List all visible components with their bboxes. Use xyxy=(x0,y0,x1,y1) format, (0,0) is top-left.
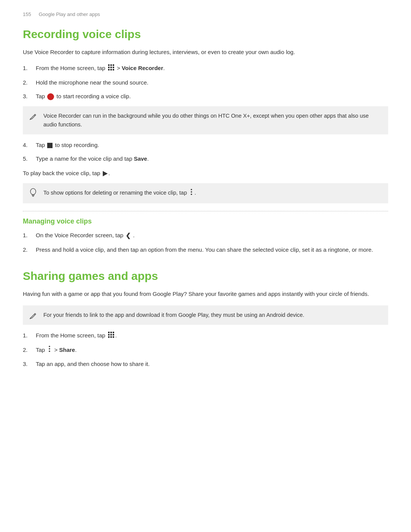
section2-intro: Having fun with a game or app that you f… xyxy=(23,289,388,299)
subsection1-steps-list: 1. On the Voice Recorder screen, tap ❮ .… xyxy=(23,231,388,254)
s2-step-3-content: Tap an app, and then choose how to share… xyxy=(36,359,388,369)
svg-point-11 xyxy=(191,191,192,193)
svg-rect-17 xyxy=(110,334,112,335)
svg-rect-16 xyxy=(108,334,110,335)
step-1-number: 1. xyxy=(23,64,36,73)
record-icon xyxy=(47,93,54,100)
play-icon xyxy=(103,171,108,176)
note-1-text: Voice Recorder can run in the background… xyxy=(43,113,369,128)
svg-rect-5 xyxy=(113,67,114,68)
note-2-text: For your friends to link to the app and … xyxy=(43,312,304,318)
note-box-1: Voice Recorder can run in the background… xyxy=(23,106,388,134)
svg-point-22 xyxy=(49,346,51,347)
s2-step-2-number: 2. xyxy=(23,345,36,355)
sub-step-2-content: Press and hold a voice clip, and then ta… xyxy=(36,245,388,254)
subsection1-title: Managing voice clips xyxy=(23,217,388,225)
step-2-content: Hold the microphone near the sound sourc… xyxy=(36,78,388,87)
svg-rect-0 xyxy=(108,64,110,66)
sub-step-1-number: 1. xyxy=(23,231,36,240)
svg-rect-13 xyxy=(108,332,110,333)
svg-rect-20 xyxy=(110,336,112,338)
step-4-number: 4. xyxy=(23,141,36,150)
section1-intro: Use Voice Recorder to capture informatio… xyxy=(23,48,388,57)
breadcrumb: Google Play and other apps xyxy=(39,11,100,17)
note-box-2: For your friends to link to the app and … xyxy=(23,305,388,325)
lightbulb-icon xyxy=(29,188,37,201)
step-4: 4. Tap to stop recording. xyxy=(23,141,388,150)
playback-text: To play back the voice clip, tap . xyxy=(23,169,388,178)
page-number: 155 xyxy=(23,11,31,17)
s2-step-1-content: From the Home screen, tap . xyxy=(36,331,388,341)
svg-rect-3 xyxy=(108,67,110,68)
sub-step-1-content: On the Voice Recorder screen, tap ❮ . xyxy=(36,231,388,241)
section1-title: Recording voice clips xyxy=(23,28,388,41)
s2-step-2-bold: Share xyxy=(59,347,75,353)
svg-point-12 xyxy=(191,193,192,195)
step-5-number: 5. xyxy=(23,154,36,163)
s2-step-3: 3. Tap an app, and then choose how to sh… xyxy=(23,359,388,369)
grid-icon-2 xyxy=(108,331,115,341)
step-2-number: 2. xyxy=(23,78,36,87)
vertical-dots-icon xyxy=(189,189,194,198)
chevron-left-icon: ❮ xyxy=(126,231,131,241)
svg-rect-18 xyxy=(113,334,114,335)
svg-rect-1 xyxy=(110,64,112,66)
svg-rect-4 xyxy=(110,67,112,68)
step-4-content: Tap to stop recording. xyxy=(36,141,388,150)
tip-1-text: To show options for deleting or renaming… xyxy=(43,190,196,196)
step-2: 2. Hold the microphone near the sound so… xyxy=(23,78,388,87)
svg-rect-2 xyxy=(113,64,114,66)
s2-step-3-number: 3. xyxy=(23,359,36,369)
step-1-content: From the Home screen, tap > Voice Record… xyxy=(36,64,388,73)
svg-point-10 xyxy=(191,189,192,190)
svg-rect-14 xyxy=(110,332,112,333)
step-1: 1. From the Home screen, tap > Voice Rec… xyxy=(23,64,388,73)
step-3-content: Tap to start recording a voice clip. xyxy=(36,92,388,101)
sub-step-1: 1. On the Voice Recorder screen, tap ❮ . xyxy=(23,231,388,241)
step-3: 3. Tap to start recording a voice clip. xyxy=(23,92,388,101)
svg-rect-15 xyxy=(113,332,114,333)
sub-step-2-number: 2. xyxy=(23,245,36,254)
section-divider xyxy=(23,211,388,211)
svg-rect-7 xyxy=(110,69,112,70)
section2-title: Sharing games and apps xyxy=(23,270,388,283)
pencil-icon-2 xyxy=(29,311,37,324)
step-5-bold: Save xyxy=(134,155,147,162)
step-1-bold: Voice Recorder xyxy=(122,65,163,71)
svg-rect-6 xyxy=(108,69,110,70)
step-3-number: 3. xyxy=(23,92,36,101)
sub-step-2: 2. Press and hold a voice clip, and then… xyxy=(23,245,388,254)
s2-step-1-number: 1. xyxy=(23,331,36,340)
svg-point-23 xyxy=(49,348,51,350)
tip-box-1: To show options for deleting or renaming… xyxy=(23,183,388,203)
step-5: 5. Type a name for the voice clip and ta… xyxy=(23,154,388,163)
s2-step-2-content: Tap > Share. xyxy=(36,345,388,355)
section2-steps-list: 1. From the Home screen, tap . 2. Tap xyxy=(23,331,388,369)
svg-point-9 xyxy=(30,189,36,195)
section1-steps-list: 1. From the Home screen, tap > Voice Rec… xyxy=(23,64,388,101)
section1-steps2-list: 4. Tap to stop recording. 5. Type a name… xyxy=(23,141,388,163)
svg-rect-21 xyxy=(113,336,114,338)
page-header: 155 Google Play and other apps xyxy=(23,11,388,17)
svg-point-24 xyxy=(49,351,51,352)
s2-step-1: 1. From the Home screen, tap . xyxy=(23,331,388,341)
s2-step-2: 2. Tap > Share. xyxy=(23,345,388,355)
vertical-dots-icon-2 xyxy=(47,345,52,355)
pencil-icon xyxy=(29,112,37,125)
grid-icon xyxy=(108,64,115,73)
stop-icon xyxy=(47,143,53,148)
svg-rect-8 xyxy=(113,69,114,70)
svg-rect-19 xyxy=(108,336,110,338)
step-5-content: Type a name for the voice clip and tap S… xyxy=(36,154,388,163)
section2-container: Sharing games and apps Having fun with a… xyxy=(23,270,388,369)
